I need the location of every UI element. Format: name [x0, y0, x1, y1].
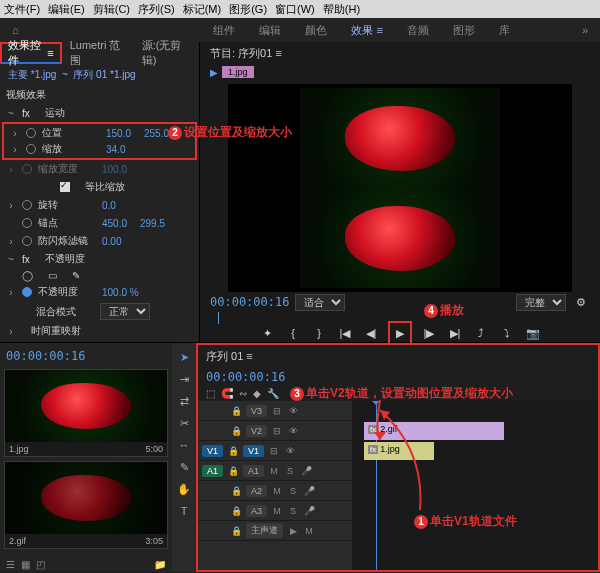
menu-file[interactable]: 文件(F)	[4, 2, 40, 17]
stopwatch-opacity[interactable]	[22, 287, 32, 297]
ripple-tool-icon[interactable]: ⇄	[176, 393, 192, 409]
tab-lumetri[interactable]: Lumetri 范围	[62, 42, 134, 64]
slip-tool-icon[interactable]: ↔	[176, 437, 192, 453]
overflow-icon[interactable]: »	[582, 24, 588, 36]
eye-v2[interactable]: 👁	[287, 425, 299, 437]
track-select-tool-icon[interactable]: ⇥	[176, 371, 192, 387]
export-frame-icon[interactable]: 📷	[524, 324, 542, 342]
track-v2[interactable]: V2	[246, 425, 267, 437]
clip-v2[interactable]: fx2.gif	[364, 422, 504, 440]
program-view[interactable]	[228, 84, 572, 292]
selection-tool-icon[interactable]: ➤	[176, 349, 192, 365]
tab-effect-controls[interactable]: 效果控件 ≡	[0, 42, 62, 64]
track-master[interactable]: 主声道	[246, 523, 283, 538]
solo-a3[interactable]: S	[287, 505, 299, 517]
program-timecode[interactable]: 00:00:00:16	[210, 295, 289, 309]
ws-assembly[interactable]: 组件	[213, 23, 235, 38]
menu-bar[interactable]: 文件(F) 编辑(E) 剪辑(C) 序列(S) 标记(M) 图形(G) 窗口(W…	[0, 0, 600, 18]
lock-a2[interactable]: 🔒	[230, 485, 242, 497]
src-patch-v1[interactable]: V1	[202, 445, 223, 457]
pen-tool-icon[interactable]: ✎	[176, 459, 192, 475]
src-patch-a1[interactable]: A1	[202, 465, 223, 477]
scale-value[interactable]: 34.0	[106, 144, 138, 155]
hand-tool-icon[interactable]: ✋	[176, 481, 192, 497]
resolution-select[interactable]: 完整	[516, 294, 566, 311]
stopwatch-scale[interactable]	[26, 144, 36, 154]
stopwatch-anchor[interactable]	[22, 218, 32, 228]
menu-sequence[interactable]: 序列(S)	[138, 2, 175, 17]
menu-window[interactable]: 窗口(W)	[275, 2, 315, 17]
extract-icon[interactable]: ⤵	[498, 324, 516, 342]
bin-item-2[interactable]: 2.gif3:05	[4, 461, 168, 549]
nest-toggle-icon[interactable]: ⬚	[206, 388, 215, 399]
anchor-y[interactable]: 299.5	[140, 218, 172, 229]
lock-v3[interactable]: 🔒	[230, 405, 242, 417]
add-marker-icon[interactable]: ✦	[258, 324, 276, 342]
stopwatch-flicker[interactable]	[22, 236, 32, 246]
ws-editing[interactable]: 编辑	[259, 23, 281, 38]
mark-in-icon[interactable]: {	[284, 324, 302, 342]
menu-marker[interactable]: 标记(M)	[183, 2, 222, 17]
clip-v1[interactable]: fx1.jpg	[364, 442, 434, 460]
settings-icon[interactable]: ⚙	[572, 293, 590, 311]
menu-edit[interactable]: 编辑(E)	[48, 2, 85, 17]
go-in-icon[interactable]: |◀	[336, 324, 354, 342]
lock-a1[interactable]: 🔒	[227, 465, 239, 477]
rotation-value[interactable]: 0.0	[102, 200, 134, 211]
lock-v2[interactable]: 🔒	[230, 425, 242, 437]
mask-pen-icon[interactable]: ✎	[72, 270, 80, 281]
track-a1[interactable]: A1	[243, 465, 264, 477]
nest-clip-label[interactable]: 1.jpg	[222, 66, 254, 78]
opacity-value[interactable]: 100.0 %	[102, 287, 139, 298]
tab-source[interactable]: 源:(无剪辑)	[134, 42, 199, 64]
link-icon[interactable]: ∾	[239, 388, 247, 399]
blend-mode-select[interactable]: 正常	[100, 303, 150, 320]
timeline-seq-name[interactable]: 序列 01	[206, 350, 243, 362]
mute-master[interactable]: M	[303, 525, 315, 537]
bin-item-1[interactable]: 1.jpg5:00	[4, 369, 168, 457]
position-y[interactable]: 255.0	[144, 128, 176, 139]
track-v1[interactable]: V1	[243, 445, 264, 457]
step-back-icon[interactable]: ◀|	[362, 324, 380, 342]
source-timecode[interactable]: 00:00:00:16	[4, 347, 168, 365]
fx-opacity[interactable]: 不透明度	[45, 252, 85, 266]
mask-rect-icon[interactable]: ▭	[48, 270, 57, 281]
play-button[interactable]: ▶	[391, 324, 409, 342]
anchor-x[interactable]: 450.0	[102, 218, 134, 229]
solo-a2[interactable]: S	[287, 485, 299, 497]
position-x[interactable]: 150.0	[106, 128, 138, 139]
ws-audio[interactable]: 音频	[407, 23, 429, 38]
menu-graphics[interactable]: 图形(G)	[229, 2, 267, 17]
mute-a3[interactable]: M	[271, 505, 283, 517]
go-out-icon[interactable]: ▶|	[446, 324, 464, 342]
eye-v3[interactable]: 👁	[287, 405, 299, 417]
new-bin-icon[interactable]: 📁	[154, 559, 166, 570]
type-tool-icon[interactable]: T	[176, 503, 192, 519]
zoom-fit-select[interactable]: 适合	[295, 294, 345, 311]
list-view-icon[interactable]: ☰	[6, 559, 15, 570]
timeline-timecode[interactable]: 00:00:00:16	[206, 370, 285, 384]
mask-ellipse-icon[interactable]: ◯	[22, 270, 33, 281]
ws-graphics[interactable]: 图形	[453, 23, 475, 38]
home-icon[interactable]: ⌂	[12, 24, 19, 36]
mark-out-icon[interactable]: }	[310, 324, 328, 342]
ws-effects[interactable]: 效果 ≡	[351, 23, 382, 38]
timeline-content[interactable]: fx2.gif fx1.jpg	[352, 401, 598, 570]
snap-icon[interactable]: 🧲	[221, 388, 233, 399]
mute-a2[interactable]: M	[271, 485, 283, 497]
marker-icon[interactable]: ◆	[253, 388, 261, 399]
settings-wrench-icon[interactable]: 🔧	[267, 388, 279, 399]
solo-a1[interactable]: S	[284, 465, 296, 477]
flicker-value[interactable]: 0.00	[102, 236, 134, 247]
track-a3[interactable]: A3	[246, 505, 267, 517]
ws-color[interactable]: 颜色	[305, 23, 327, 38]
mute-a1[interactable]: M	[268, 465, 280, 477]
lock-a3[interactable]: 🔒	[230, 505, 242, 517]
ws-library[interactable]: 库	[499, 23, 510, 38]
lift-icon[interactable]: ⤴	[472, 324, 490, 342]
icon-view-icon[interactable]: ▦	[21, 559, 30, 570]
lock-v1[interactable]: 🔒	[227, 445, 239, 457]
step-fwd-icon[interactable]: |▶	[420, 324, 438, 342]
track-v3[interactable]: V3	[246, 405, 267, 417]
eye-v1[interactable]: 👁	[284, 445, 296, 457]
